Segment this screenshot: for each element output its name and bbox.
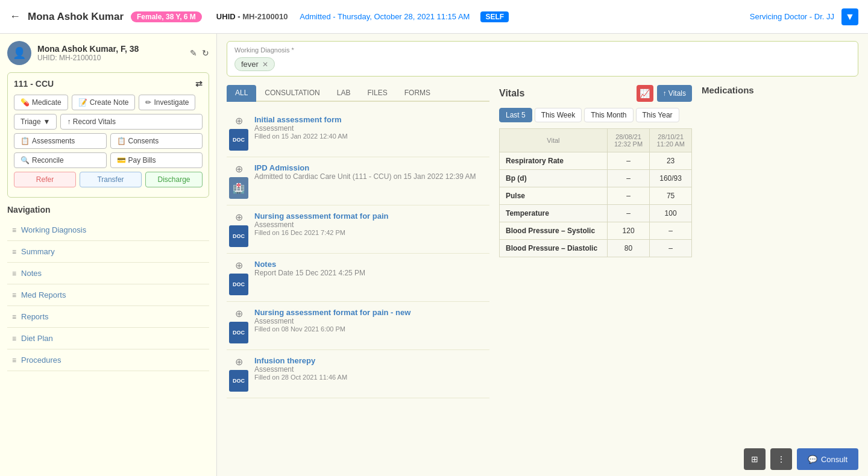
medicate-button[interactable]: 💊 Medicate	[14, 95, 68, 110]
back-button[interactable]: ←	[10, 10, 20, 23]
doc-title[interactable]: Nursing assessment format for pain	[254, 211, 487, 221]
tab-bar: ALL CONSULTATION LAB FILES FORMS	[227, 85, 489, 102]
doc-file-icon: DOC	[229, 370, 248, 392]
tab-forms[interactable]: FORMS	[396, 85, 439, 102]
vital-label: Pulse	[500, 187, 608, 205]
doc-add-icon[interactable]: ⊕	[235, 260, 243, 271]
doc-file-icon: 🏥	[229, 177, 248, 199]
content-area: Working Diagnosis * fever ✕ ALL CONSULTA…	[217, 34, 868, 476]
sidebar-item-summary[interactable]: ≡ Summary	[7, 241, 209, 263]
nav-label-notes: Notes	[21, 269, 42, 278]
doc-add-icon[interactable]: ⊕	[235, 211, 243, 223]
vitals-tab-year[interactable]: This Year	[636, 108, 679, 122]
vital-label: Bp (d)	[500, 170, 608, 187]
tab-lab[interactable]: LAB	[329, 85, 359, 102]
wd-tag-text: fever	[241, 60, 259, 69]
header-admitted: Admitted - Thursday, October 28, 2021 11…	[300, 12, 470, 21]
vital-col1: –	[607, 152, 649, 170]
doc-content: Initial assessment form Assessment Fille…	[254, 115, 487, 140]
doc-content: IPD Admission Admitted to Cardiac Care U…	[254, 163, 487, 181]
vitals-trend-button[interactable]: 📈	[637, 85, 653, 102]
more-button[interactable]: ⋮	[770, 448, 792, 470]
list-item: ⊕ DOC Nursing assessment format for pain…	[227, 205, 489, 254]
refer-button[interactable]: Refer	[14, 172, 76, 187]
doc-type: Assessment	[254, 317, 487, 325]
vitals-tab-week[interactable]: This Week	[535, 108, 582, 122]
vitals-tab-last5[interactable]: Last 5	[499, 108, 532, 122]
create-note-button[interactable]: 📝 Create Note	[72, 95, 136, 110]
ward-buttons-row-2: Triage ▼ ↑ Record Vitals	[14, 114, 203, 130]
vital-col2: 100	[650, 205, 692, 222]
nav-label-med-reports: Med Reports	[21, 290, 66, 299]
doc-date: Filled on 28 Oct 2021 11:46 AM	[254, 374, 487, 381]
vitals-tab-month[interactable]: This Month	[584, 108, 633, 122]
vital-col1: 120	[607, 222, 649, 240]
transfer-button[interactable]: Transfer	[80, 172, 142, 187]
wd-label: Working Diagnosis *	[234, 46, 851, 54]
wd-tag-close[interactable]: ✕	[262, 60, 268, 69]
sidebar-item-procedures[interactable]: ≡ Procedures	[7, 349, 209, 371]
doc-icon-area: ⊕ DOC	[229, 308, 248, 343]
triage-button[interactable]: Triage ▼	[14, 114, 57, 130]
ward-header: 111 - CCU ⇄	[14, 79, 203, 89]
ward-transfer-icon[interactable]: ⇄	[195, 79, 203, 89]
action-buttons-row: Refer Transfer Discharge	[14, 172, 203, 187]
doc-type: Assessment	[254, 365, 487, 374]
doc-title[interactable]: Initial assessment form	[254, 115, 487, 124]
doc-file-icon: DOC	[229, 129, 248, 151]
assessments-button[interactable]: 📋 Assessments	[14, 133, 107, 149]
doc-title[interactable]: Nursing assessment format for pain - new	[254, 308, 487, 317]
doc-add-icon[interactable]: ⊕	[235, 356, 243, 368]
consult-button[interactable]: 💬 Consult	[797, 448, 858, 470]
grid-button[interactable]: ⊞	[744, 448, 766, 470]
pay-bills-button[interactable]: 💳 Pay Bills	[110, 152, 203, 168]
wd-tag: fever ✕	[234, 57, 275, 71]
vitals-title: Vitals	[499, 88, 524, 99]
doc-icon-area: ⊕ DOC	[229, 211, 248, 247]
doc-add-icon[interactable]: ⊕	[235, 308, 243, 319]
doc-type: Admitted to Cardiac Care Unit (111 - CCU…	[254, 172, 487, 181]
doc-title[interactable]: IPD Admission	[254, 163, 487, 172]
doc-type: Assessment	[254, 221, 487, 229]
navigation-section: Navigation ≡ Working Diagnosis ≡ Summary…	[7, 205, 209, 371]
sidebar-item-diet-plan[interactable]: ≡ Diet Plan	[7, 328, 209, 349]
vital-col2: 23	[650, 152, 692, 170]
tab-all[interactable]: ALL	[227, 85, 256, 102]
consult-icon: 💬	[808, 455, 817, 464]
doc-add-icon[interactable]: ⊕	[235, 163, 243, 175]
record-vitals-button[interactable]: ↑ Record Vitals	[60, 114, 203, 130]
doc-title[interactable]: Notes	[254, 260, 487, 269]
consents-button[interactable]: 📋 Consents	[110, 133, 203, 149]
discharge-button[interactable]: Discharge	[145, 172, 203, 187]
sidebar-item-med-reports[interactable]: ≡ Med Reports	[7, 284, 209, 306]
nav-icon-diet-plan: ≡	[12, 334, 16, 343]
vital-col1: 80	[607, 240, 649, 257]
table-row: Bp (d) – 160/93	[500, 170, 692, 187]
tab-files[interactable]: FILES	[359, 85, 395, 102]
investigate-button[interactable]: ✏ Investigate	[139, 95, 195, 110]
reconcile-button[interactable]: 🔍 Reconcile	[14, 152, 107, 168]
refresh-icon[interactable]: ↻	[202, 48, 209, 58]
doc-title[interactable]: Infusion therepy	[254, 356, 487, 365]
doc-type: Report Date 15 Dec 2021 4:25 PM	[254, 269, 487, 277]
tab-consultation[interactable]: CONSULTATION	[256, 85, 328, 102]
sidebar-item-notes[interactable]: ≡ Notes	[7, 263, 209, 284]
sidebar-item-working-diagnosis[interactable]: ≡ Working Diagnosis	[7, 219, 209, 241]
doc-icon-area: ⊕ DOC	[229, 356, 248, 392]
header-patient-name: Mona Ashok Kumar	[28, 11, 124, 23]
vitals-add-button[interactable]: ↑ Vitals	[657, 85, 692, 102]
list-item: ⊕ DOC Nursing assessment format for pain…	[227, 302, 489, 350]
vitals-col-date2: 28/10/2111:20 AM	[650, 129, 692, 152]
header-menu-button[interactable]: ▼	[841, 8, 858, 25]
ward-buttons-row-4: 🔍 Reconcile 💳 Pay Bills	[14, 152, 203, 168]
edit-icon[interactable]: ✎	[190, 48, 197, 58]
doc-icon-area: ⊕ DOC	[229, 115, 248, 151]
vital-col1: –	[607, 205, 649, 222]
patient-uhid: UHID: MH-2100010	[37, 54, 139, 62]
table-row: Blood Pressure – Diastolic 80 –	[500, 240, 692, 257]
nav-icon-med-reports: ≡	[12, 291, 16, 299]
doc-add-icon[interactable]: ⊕	[235, 115, 243, 127]
vitals-header: Vitals 📈 ↑ Vitals	[499, 85, 692, 102]
sidebar-item-reports[interactable]: ≡ Reports	[7, 306, 209, 328]
avatar: 👤	[7, 41, 31, 65]
